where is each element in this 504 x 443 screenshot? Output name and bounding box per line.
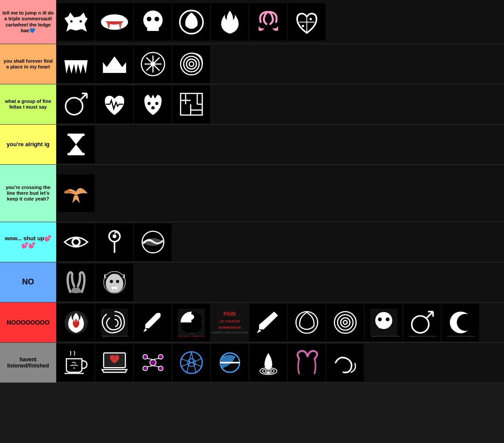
svg-point-4 bbox=[147, 16, 152, 21]
tier-item-aperture bbox=[172, 344, 210, 382]
svg-point-62 bbox=[340, 318, 350, 327]
tier-item-fangs bbox=[95, 3, 133, 41]
svg-point-10 bbox=[302, 25, 304, 27]
tier-item-yinyang: PAIN SADISTIC SUBMISSION bbox=[172, 304, 210, 341]
tier-row-1: tell me to jump n ill do a triple summer… bbox=[0, 0, 504, 44]
tier-label-9: havent listened/finished bbox=[0, 343, 56, 382]
tier-item-eye bbox=[57, 223, 95, 261]
tier-item-pain-album: PAINLE VOUEURSUBMISSION SADISTIC EXPLICI… bbox=[211, 304, 248, 341]
svg-rect-12 bbox=[103, 70, 126, 73]
svg-point-63 bbox=[343, 321, 347, 325]
tier-items-1 bbox=[56, 0, 504, 44]
svg-point-29 bbox=[147, 102, 150, 105]
svg-point-42 bbox=[73, 239, 78, 245]
tier-item-maze bbox=[172, 86, 210, 123]
tier-item-strikethrough bbox=[211, 344, 248, 382]
tier-item-mars bbox=[57, 86, 95, 123]
tier-item-swirl-2 bbox=[326, 344, 364, 382]
svg-point-31 bbox=[151, 106, 154, 108]
tier-item-tentacles-2 bbox=[288, 344, 325, 382]
tier-row-7: NO bbox=[0, 262, 504, 303]
svg-line-87 bbox=[153, 366, 159, 367]
svg-point-30 bbox=[155, 102, 158, 105]
tier-items-7 bbox=[56, 262, 504, 302]
tier-item-molecule bbox=[134, 344, 172, 382]
tier-table: tell me to jump n ill do a triple summer… bbox=[0, 0, 504, 383]
svg-point-21 bbox=[186, 59, 196, 69]
tier-item-half-moon: ESPERATE EXPLICIT EDITION bbox=[442, 304, 479, 341]
tier-item-crown bbox=[95, 45, 133, 83]
svg-point-22 bbox=[189, 62, 194, 67]
tier-item-mars-2: SSMAKER EXPLICIT EDITION bbox=[403, 304, 441, 341]
svg-point-69 bbox=[412, 316, 429, 333]
svg-point-23 bbox=[65, 98, 83, 115]
tier-item-skull bbox=[134, 3, 172, 41]
svg-point-0 bbox=[70, 20, 72, 22]
svg-text:VAMPIRE EXPLICIT EDITION: VAMPIRE EXPLICIT EDITION bbox=[102, 335, 128, 337]
tier-item-staff bbox=[95, 223, 133, 261]
svg-text:PAIN SADISTIC SUBMISSION: PAIN SADISTIC SUBMISSION bbox=[178, 335, 204, 337]
svg-point-49 bbox=[116, 280, 119, 283]
svg-rect-39 bbox=[67, 134, 84, 136]
svg-point-1 bbox=[79, 20, 81, 22]
tier-item-monster-album: FANATICAL EXPLICIT EDITION bbox=[365, 304, 402, 341]
tier-label-2: you shall forever find a place in my hea… bbox=[0, 44, 56, 84]
tier-item-dark-wreath bbox=[95, 264, 133, 301]
svg-rect-6 bbox=[147, 28, 158, 31]
svg-point-44 bbox=[112, 235, 116, 239]
tier-label-8: NOOOOOOOO bbox=[0, 303, 56, 342]
tier-item-tentacle bbox=[249, 3, 287, 41]
tier-items-6 bbox=[56, 222, 504, 262]
tier-item-leaf-outline bbox=[288, 304, 325, 341]
tier-label-3: what a group of fine fellas I must say bbox=[0, 84, 56, 124]
svg-rect-40 bbox=[67, 153, 84, 155]
tier-row-6: wow... shut up💕💕💕 bbox=[0, 222, 504, 262]
svg-line-24 bbox=[80, 94, 87, 100]
tier-row-2: you shall forever find a place in my hea… bbox=[0, 44, 504, 84]
tier-items-8: VAMPIRE EXPLICIT EDITION bbox=[56, 303, 504, 342]
tier-item-pizza-heart bbox=[288, 3, 325, 41]
tier-items-4 bbox=[56, 125, 504, 164]
tier-row-8: NOOOOOOOO VAMPIRE EXPLICIT EDITION bbox=[0, 303, 504, 343]
tier-item-spiral bbox=[172, 45, 210, 83]
tier-label-1: tell me to jump n ill do a triple summer… bbox=[0, 0, 56, 44]
tier-items-5 bbox=[56, 165, 504, 222]
tier-item-hourglass bbox=[57, 126, 95, 163]
svg-point-79 bbox=[150, 360, 156, 366]
svg-point-48 bbox=[110, 280, 113, 283]
tier-item-leaf-circle bbox=[172, 3, 210, 41]
svg-point-53 bbox=[157, 313, 160, 317]
tier-item-wave-circle bbox=[134, 223, 172, 261]
svg-point-66 bbox=[378, 318, 382, 322]
svg-point-75 bbox=[457, 314, 474, 331]
svg-point-61 bbox=[337, 315, 353, 330]
tier-item-coffee bbox=[57, 344, 95, 382]
svg-line-85 bbox=[153, 358, 159, 360]
tier-item-flame-red bbox=[57, 304, 95, 341]
svg-line-84 bbox=[147, 358, 153, 360]
tier-label-6: wow... shut up💕💕💕 bbox=[0, 222, 56, 262]
tier-label-5: you're crossing the line there bud let's… bbox=[0, 165, 56, 222]
tier-row-9: havent listened/finished bbox=[0, 343, 504, 383]
tier-row-3: what a group of fine fellas I must say bbox=[0, 84, 504, 125]
svg-line-70 bbox=[427, 312, 433, 318]
tier-item-dark-spiral: VAMPIRE EXPLICIT EDITION bbox=[95, 304, 133, 341]
tier-item-laptop bbox=[95, 344, 133, 382]
tier-row-5: you're crossing the line there bud let's… bbox=[0, 165, 504, 222]
tier-item-snowflake bbox=[134, 45, 172, 83]
tier-items-2 bbox=[56, 44, 504, 84]
tier-item-bird bbox=[57, 174, 95, 212]
svg-point-5 bbox=[154, 16, 159, 21]
tier-label-7: NO bbox=[0, 262, 56, 302]
svg-point-67 bbox=[386, 318, 389, 322]
tier-items-9 bbox=[56, 343, 504, 382]
svg-line-86 bbox=[147, 366, 153, 367]
svg-point-57 bbox=[188, 325, 194, 330]
tier-label-4: you're alright ig bbox=[0, 125, 56, 164]
tier-item-wolf bbox=[57, 3, 95, 41]
svg-text:SSMAKER EXPLICIT EDITION: SSMAKER EXPLICIT EDITION bbox=[409, 335, 435, 337]
tier-item-needle bbox=[134, 304, 172, 341]
svg-point-56 bbox=[188, 314, 194, 320]
tier-item-flame bbox=[211, 3, 248, 41]
svg-point-11 bbox=[309, 18, 312, 20]
